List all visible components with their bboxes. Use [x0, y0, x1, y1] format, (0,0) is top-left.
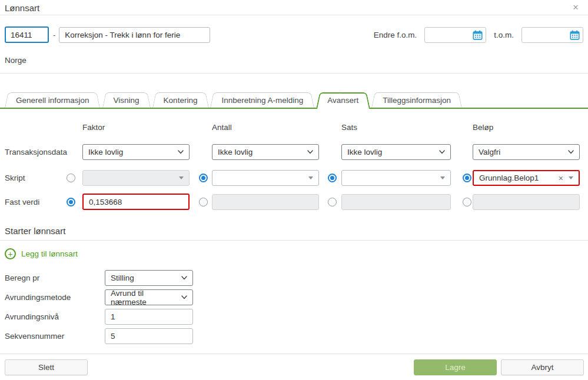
- settings-section: Beregn pr Stilling Avrundingsmetode Avru…: [5, 270, 583, 344]
- country-label: Norge: [5, 56, 583, 65]
- beregn-pr-select[interactable]: Stilling: [105, 270, 193, 286]
- select-value: Avrund til nærmeste: [111, 289, 181, 306]
- combobox-value: Grunnlag.Belop1: [479, 174, 539, 182]
- column-header-sats: Sats: [341, 123, 451, 132]
- skript-sats-combobox[interactable]: [341, 170, 451, 186]
- fast-verdi-belop-radio[interactable]: [463, 198, 471, 206]
- skript-sats-radio[interactable]: [328, 174, 337, 182]
- avrundingsniva-input[interactable]: [105, 309, 193, 325]
- skript-faktor-radio[interactable]: [67, 174, 75, 182]
- delete-button[interactable]: Slett: [5, 359, 88, 375]
- starter-divider: [0, 240, 588, 241]
- lonnsart-dialog: Lønnsart × - Endre f.o.m. t.o.m. Norge G…: [0, 0, 588, 380]
- skript-label: Skript: [5, 174, 67, 182]
- tab-kontering[interactable]: Kontering: [154, 92, 208, 108]
- caret-down-icon: [569, 176, 573, 179]
- plus-circle-icon: +: [5, 248, 16, 259]
- fast-verdi-label: Fast verdi: [5, 198, 67, 206]
- avrundingsmetode-row: Avrundingsmetode Avrund til nærmeste: [5, 289, 583, 305]
- avrundingsniva-label: Avrundingsnivå: [5, 312, 105, 321]
- transaksjonsdata-row: Transaksjonsdata Ikke lovlig Ikke lovlig…: [5, 144, 588, 160]
- tom-input[interactable]: [522, 28, 570, 42]
- select-value: Stilling: [111, 274, 134, 282]
- tab-avansert[interactable]: Avansert: [317, 92, 368, 108]
- clear-icon[interactable]: ×: [559, 174, 563, 182]
- sekvensnummer-row: Sekvensnummer: [5, 328, 583, 344]
- close-icon[interactable]: ×: [573, 2, 579, 12]
- fast-verdi-belop-input: [473, 194, 580, 210]
- header-divider: [0, 73, 588, 74]
- transaksjonsdata-faktor-select[interactable]: Ikke lovlig: [82, 144, 190, 160]
- wage-type-name-input[interactable]: [59, 27, 210, 43]
- transaksjonsdata-belop-select[interactable]: Valgfri: [473, 144, 580, 160]
- calendar-icon[interactable]: [473, 30, 483, 40]
- select-value: Ikke lovlig: [347, 148, 382, 156]
- beregn-pr-label: Beregn pr: [5, 274, 105, 282]
- save-button[interactable]: Lagre: [414, 359, 497, 375]
- column-header-antall: Antall: [212, 123, 319, 132]
- tom-field[interactable]: [521, 27, 583, 43]
- caret-down-icon: [179, 176, 184, 179]
- fast-verdi-antall-input: [212, 194, 319, 210]
- caret-down-icon: [440, 176, 445, 179]
- fast-verdi-faktor-input[interactable]: [82, 194, 190, 210]
- chevron-down-icon: [307, 150, 313, 154]
- sekvensnummer-input[interactable]: [105, 328, 193, 344]
- dialog-header: Lønnsart ×: [0, 0, 588, 15]
- avrundingsniva-row: Avrundingsnivå: [5, 309, 583, 325]
- skript-antall-radio[interactable]: [199, 174, 208, 182]
- transaksjonsdata-sats-select[interactable]: Ikke lovlig: [341, 144, 451, 160]
- fast-verdi-faktor-radio[interactable]: [67, 198, 75, 206]
- endre-fom-input[interactable]: [425, 28, 473, 42]
- dialog-title: Lønnsart: [5, 3, 39, 13]
- starter-lonnsart-heading: Starter lønnsart: [5, 226, 583, 236]
- column-header-faktor: Faktor: [82, 123, 190, 132]
- chevron-down-icon: [181, 276, 187, 280]
- tab-innberetning-a-melding[interactable]: Innberetning A-melding: [211, 92, 313, 108]
- sekvensnummer-label: Sekvensnummer: [5, 332, 105, 341]
- dialog-footer: Slett Lagre Avbryt: [0, 354, 588, 380]
- cancel-button[interactable]: Avbryt: [501, 359, 584, 375]
- add-wage-type-label: Legg til lønnsart: [21, 249, 78, 258]
- skript-belop-combobox[interactable]: Grunnlag.Belop1 ×: [473, 170, 580, 186]
- select-value: Ikke lovlig: [218, 148, 253, 156]
- endre-fom-field[interactable]: [424, 27, 486, 43]
- caret-down-icon: [308, 176, 313, 179]
- wage-type-code-input[interactable]: [5, 26, 49, 43]
- chevron-down-icon: [439, 150, 445, 154]
- skript-antall-combobox[interactable]: [212, 170, 319, 186]
- skript-row: Skript Grunnlag.Belop1 ×: [5, 170, 588, 186]
- select-value: Valgfri: [479, 148, 500, 156]
- tom-label: t.o.m.: [494, 31, 514, 39]
- fast-verdi-sats-input: [341, 194, 451, 210]
- fast-verdi-antall-radio[interactable]: [199, 198, 208, 206]
- tab-visning[interactable]: Visning: [104, 92, 150, 108]
- transaksjonsdata-antall-select[interactable]: Ikke lovlig: [212, 144, 319, 160]
- skript-belop-radio[interactable]: [463, 174, 471, 182]
- chevron-down-icon: [181, 295, 187, 299]
- chevron-down-icon: [568, 150, 574, 154]
- calendar-icon[interactable]: [570, 30, 580, 40]
- tab-generell-informasjon[interactable]: Generell informasjon: [6, 92, 99, 108]
- matrix-column-headers: Faktor Antall Sats Beløp: [5, 123, 588, 132]
- select-value: Ikke lovlig: [88, 148, 123, 156]
- fast-verdi-row: Fast verdi: [5, 194, 588, 210]
- add-wage-type-link[interactable]: + Legg til lønnsart: [5, 248, 78, 259]
- avrundingsmetode-select[interactable]: Avrund til nærmeste: [105, 289, 193, 305]
- code-name-separator: -: [53, 31, 55, 39]
- beregn-pr-row: Beregn pr Stilling: [5, 270, 583, 286]
- tab-bar: Generell informasjon Visning Kontering I…: [0, 92, 588, 109]
- endre-fom-label: Endre f.o.m.: [374, 31, 417, 39]
- identity-row: - Endre f.o.m. t.o.m.: [5, 26, 583, 43]
- date-range-group: Endre f.o.m. t.o.m.: [374, 27, 583, 43]
- transaksjonsdata-label: Transaksjonsdata: [5, 148, 67, 156]
- avrundingsmetode-label: Avrundingsmetode: [5, 293, 105, 302]
- fast-verdi-sats-radio[interactable]: [328, 198, 337, 206]
- tab-tilleggsinformasjon[interactable]: Tilleggsinformasjon: [373, 92, 461, 108]
- skript-faktor-combobox: [82, 170, 190, 186]
- chevron-down-icon: [178, 150, 184, 154]
- column-header-belop: Beløp: [473, 123, 580, 132]
